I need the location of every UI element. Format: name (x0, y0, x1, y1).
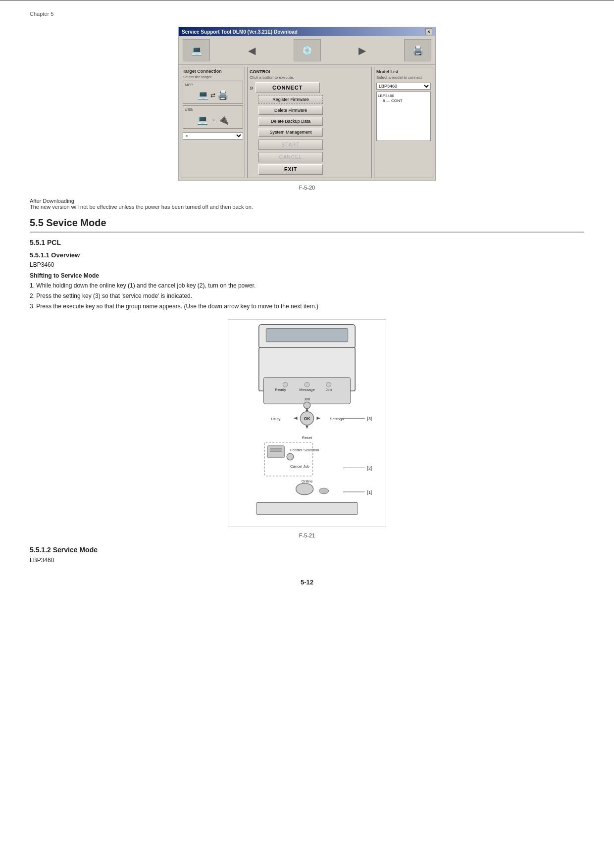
svg-rect-1 (266, 328, 348, 341)
cancel-button[interactable]: CANCEL (258, 152, 323, 162)
svg-text:Settings: Settings (330, 417, 344, 421)
printer-icon-box: 🖨️ (404, 39, 431, 61)
after-downloading-title: After Downloading (30, 198, 584, 204)
svg-rect-24 (270, 450, 282, 452)
start-button[interactable]: START (258, 140, 323, 150)
svg-point-6 (326, 382, 331, 387)
control-panel-label: CONTROL (250, 69, 369, 74)
steps-list: 1. While holding down the online key (1)… (30, 281, 584, 312)
after-downloading-note: After Downloading The new version will n… (30, 198, 584, 210)
left-panel-dropdown[interactable]: c (183, 132, 243, 140)
section-5-5-1-heading: 5.5.1 PCL (30, 239, 584, 246)
mfp-icon-row: 💻 ⇄ 🖨️ (185, 88, 241, 102)
svg-point-26 (287, 453, 294, 460)
printer-diagram: Ready Message Job Job OK (228, 319, 386, 529)
connect-button[interactable]: CONNECT (256, 82, 320, 93)
model-tree: LBP3460 8 — CONT (376, 92, 431, 141)
close-button[interactable]: × (425, 28, 432, 35)
connect-row: » CONNECT (250, 82, 369, 93)
svg-text:[2]: [2] (367, 466, 372, 471)
svg-text:Message: Message (299, 387, 315, 391)
chapter-label: Chapter 5 (30, 11, 584, 17)
right-panel-label: Model List (376, 69, 431, 74)
section-5-5-heading: 5.5 Sevice Mode (30, 217, 584, 233)
tree-root-item: LBP3460 (378, 93, 429, 98)
svg-point-5 (305, 382, 309, 387)
svg-point-11 (304, 402, 310, 409)
target-connection-panel: Target Connection Select the target. MFP… (181, 67, 245, 178)
svg-text:Ready: Ready (275, 387, 286, 391)
control-panel: CONTROL Click a button to execute. » CON… (247, 67, 372, 178)
usb-section-label: USB (185, 107, 241, 112)
tree-child-item: 8 — CONT (378, 98, 429, 103)
left-panel-label: Target Connection (183, 69, 243, 74)
svg-text:Job: Job (304, 397, 310, 401)
screenshot-container: Service Support Tool DLM0 (Ver.3.21E) Do… (30, 27, 584, 181)
register-firmware-button[interactable]: Register Firmware (258, 95, 323, 104)
svg-point-30 (319, 488, 328, 494)
model-name-2-label: LBP3460 (30, 557, 584, 564)
mfp-section: MFP 💻 ⇄ 🖨️ (183, 81, 243, 104)
right-arrow-icon: ▶ (356, 45, 368, 56)
app-titlebar: Service Support Tool DLM0 (Ver.3.21E) Do… (179, 27, 435, 36)
svg-marker-17 (306, 425, 308, 429)
svg-text:Reset: Reset (302, 435, 312, 440)
right-panel-sublabel: Select a model to connect (376, 75, 431, 80)
app-title: Service Support Tool DLM0 (Ver.3.21E) Do… (182, 29, 298, 35)
figure2-caption: F-5-21 (30, 532, 584, 538)
bidirectional-arrow-icon: ⇄ (210, 92, 215, 98)
printer-diagram-svg: Ready Message Job Job OK (228, 319, 386, 527)
page-number: 5-12 (30, 579, 584, 586)
svg-point-29 (296, 483, 313, 494)
step-1: 1. While holding down the online key (1)… (30, 281, 584, 290)
svg-text:[3]: [3] (367, 416, 372, 421)
model-list-panel: Model List Select a model to connect LBP… (374, 67, 433, 178)
svg-text:Feeder Selection: Feeder Selection (290, 448, 319, 452)
laptop-usb-icon: 💻 (197, 114, 208, 125)
mfp-printer-icon: 🖨️ (217, 90, 228, 100)
diagram-container: Ready Message Job Job OK (30, 319, 584, 529)
system-management-button[interactable]: System Management (258, 128, 323, 137)
cd-icon-box: 💿 (294, 39, 321, 61)
step-2: 2. Press the setting key (3) so that 'se… (30, 291, 584, 301)
usb-arrow-icon: → (210, 116, 216, 123)
app-icons-bar: 💻 ◀ 💿 ▶ 🖨️ (179, 36, 435, 65)
laptop-small-icon: 💻 (198, 90, 208, 100)
control-panel-sublabel: Click a button to execute. (250, 75, 369, 80)
usb-section: USB 💻 → 🔌 (183, 105, 243, 129)
app-main-area: Target Connection Select the target. MFP… (179, 65, 435, 180)
svg-text:[1]: [1] (367, 489, 372, 494)
model-dropdown[interactable]: LBP3460 (376, 83, 431, 90)
left-arrow-icon: ◀ (246, 45, 258, 56)
svg-text:OK: OK (304, 416, 310, 421)
delete-firmware-button[interactable]: Delete Firmware (258, 106, 323, 115)
app-window: Service Support Tool DLM0 (Ver.3.21E) Do… (178, 27, 436, 181)
svg-rect-23 (270, 448, 282, 449)
svg-text:Job: Job (325, 387, 332, 391)
usb-device-icon: 🔌 (218, 114, 229, 125)
after-downloading-text: The new version will not be effective un… (30, 204, 253, 210)
connect-arrow-icon: » (250, 84, 254, 92)
svg-marker-15 (316, 417, 320, 420)
section-5-5-1-2-heading: 5.5.1.2 Service Mode (30, 546, 584, 554)
model-name-label: LBP3460 (30, 261, 584, 268)
exit-button[interactable]: EXIT (258, 164, 323, 175)
svg-marker-14 (294, 417, 298, 420)
usb-icon-row: 💻 → 🔌 (185, 113, 241, 127)
svg-rect-37 (256, 502, 358, 514)
laptop-icon-box: 💻 (183, 39, 210, 61)
shifting-label: Shifting to Service Mode (30, 272, 584, 279)
left-panel-sublabel: Select the target. (183, 75, 243, 79)
figure1-caption: F-5-20 (30, 185, 584, 191)
svg-point-4 (283, 382, 288, 387)
step-3: 3. Press the execute key so that the gro… (30, 302, 584, 311)
svg-text:Utility: Utility (271, 417, 280, 421)
svg-text:Cancel Job: Cancel Job (290, 464, 309, 469)
delete-backup-button[interactable]: Delete Backup Data (258, 117, 323, 126)
mfp-section-label: MFP (185, 83, 241, 87)
svg-text:Online: Online (302, 479, 312, 483)
section-5-5-1-1-heading: 5.5.1.1 Overview (30, 251, 584, 259)
